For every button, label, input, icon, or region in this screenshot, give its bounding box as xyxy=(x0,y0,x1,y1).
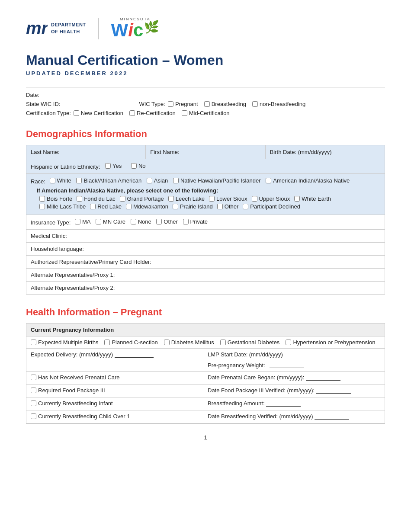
race-black-checkbox[interactable] xyxy=(76,178,82,183)
health-planned-csection[interactable]: Planned C-section xyxy=(104,339,157,346)
ethnicity-yes[interactable]: Yes xyxy=(105,163,122,169)
insurance-ma[interactable]: MA xyxy=(75,218,91,225)
tribe-lower-sioux-checkbox[interactable] xyxy=(209,196,215,202)
health-diabetes[interactable]: Diabetes Mellitus xyxy=(164,339,214,346)
ethnicity-no[interactable]: No xyxy=(131,163,146,169)
cert-re-checkbox[interactable] xyxy=(129,110,135,116)
mn-logo: mn DEPARTMENT OF HEALTH xyxy=(26,19,86,38)
prenatal-checkbox-cell: Has Not Received Prenatal Care xyxy=(31,374,203,381)
health-checkboxes-row: Expected Multiple Births Planned C-secti… xyxy=(26,337,385,349)
insurance-mn-care[interactable]: MN Care xyxy=(96,218,125,225)
has-not-prenatal-checkbox[interactable] xyxy=(31,375,36,380)
date-food-pkg-input[interactable] xyxy=(316,388,351,394)
insurance-other[interactable]: Other xyxy=(156,218,178,225)
tribe-white-earth-checkbox[interactable] xyxy=(294,196,300,202)
cert-type-label: Certification Type: xyxy=(26,110,71,116)
health-expected-multiple[interactable]: Expected Multiple Births xyxy=(31,339,98,346)
date-bf-verified-input[interactable] xyxy=(315,413,349,420)
has-not-prenatal[interactable]: Has Not Received Prenatal Care xyxy=(31,374,120,381)
currently-bf-child-label: Currently Breastfeeding Child Over 1 xyxy=(38,413,130,420)
tribe-fond-du-lac[interactable]: Fond du Lac xyxy=(77,195,115,202)
tribe-prairie-island-checkbox[interactable] xyxy=(173,204,178,209)
race-black[interactable]: Black/African American xyxy=(76,177,141,184)
wic-type-breastfeeding[interactable]: Breastfeeding xyxy=(204,101,246,107)
tribe-other[interactable]: Other xyxy=(217,203,239,210)
required-food-pkg[interactable]: Required Food Package III xyxy=(31,387,105,394)
cert-new-checkbox[interactable] xyxy=(74,110,79,116)
lmp-label: LMP Start Date: (mm/dd/yyyy) xyxy=(208,351,283,358)
alt-rep1-label: Alternate Representative/Proxy 1: xyxy=(31,272,115,278)
wic-type-breastfeeding-checkbox[interactable] xyxy=(204,101,210,107)
tribe-fond-du-lac-checkbox[interactable] xyxy=(77,196,82,202)
ethnicity-row: Hispanic or Latino Ethnicity: Yes No xyxy=(26,159,385,174)
date-prenatal-input[interactable] xyxy=(306,375,340,381)
cert-mid[interactable]: Mid-Certification xyxy=(182,110,230,116)
race-asian[interactable]: Asian xyxy=(147,177,168,184)
insurance-label: Insurance Type: xyxy=(31,219,71,226)
tribe-mdewakanton[interactable]: Mdewakanton xyxy=(126,203,168,210)
tribe-leech-lake[interactable]: Leech Lake xyxy=(168,195,205,202)
insurance-other-checkbox[interactable] xyxy=(156,219,162,224)
bf-amount-input[interactable] xyxy=(266,401,301,407)
cert-re[interactable]: Re-Certification xyxy=(129,110,176,116)
insurance-none[interactable]: None xyxy=(131,218,151,225)
insurance-ma-checkbox[interactable] xyxy=(75,219,80,224)
required-food-pkg-checkbox[interactable] xyxy=(31,388,36,393)
pre-preg-weight-input[interactable] xyxy=(270,362,304,368)
health-expected-multiple-checkbox[interactable] xyxy=(31,340,36,345)
expected-delivery-input[interactable] xyxy=(115,352,154,358)
tribe-grand-portage[interactable]: Grand Portage xyxy=(120,195,164,202)
health-hypertension-checkbox[interactable] xyxy=(286,340,291,345)
demographics-section-title: Demographics Information xyxy=(26,128,385,140)
ethnicity-no-checkbox[interactable] xyxy=(131,163,137,169)
lmp-input[interactable] xyxy=(287,351,326,357)
tribe-red-lake-checkbox[interactable] xyxy=(90,204,96,209)
tribe-participant-declined-checkbox[interactable] xyxy=(243,204,248,209)
tribe-mdewakanton-checkbox[interactable] xyxy=(126,204,132,209)
insurance-mn-care-checkbox[interactable] xyxy=(96,219,101,224)
health-gestational-diabetes[interactable]: Gestational Diabetes xyxy=(220,339,280,346)
tribe-leech-lake-checkbox[interactable] xyxy=(168,196,174,202)
currently-bf-child-checkbox[interactable] xyxy=(31,413,36,419)
wic-type-non-breastfeeding-checkbox[interactable] xyxy=(252,101,258,107)
tribe-bois-forte[interactable]: Bois Forte xyxy=(39,195,72,202)
tribe-lower-sioux[interactable]: Lower Sioux xyxy=(209,195,247,202)
health-diabetes-checkbox[interactable] xyxy=(164,340,170,345)
race-nhpi-checkbox[interactable] xyxy=(173,178,179,183)
wic-type-pregnant-checkbox[interactable] xyxy=(168,101,173,107)
currently-bf-infant-checkbox[interactable] xyxy=(31,401,36,406)
race-nhpi[interactable]: Native Hawaiian/Pacific Islander xyxy=(173,177,261,184)
health-planned-csection-checkbox[interactable] xyxy=(104,340,110,345)
date-input[interactable] xyxy=(42,92,111,98)
tribe-red-lake[interactable]: Red Lake xyxy=(90,203,122,210)
insurance-private-checkbox[interactable] xyxy=(183,219,189,224)
insurance-none-checkbox[interactable] xyxy=(131,219,136,224)
race-aian[interactable]: American Indian/Alaska Native xyxy=(266,177,350,184)
tribe-participant-declined[interactable]: Participant Declined xyxy=(243,203,300,210)
ethnicity-yes-checkbox[interactable] xyxy=(105,163,111,169)
insurance-private[interactable]: Private xyxy=(183,218,208,225)
health-delivery-row: Expected Delivery: (mm/dd/yyyy) LMP Star… xyxy=(26,349,385,372)
currently-bf-infant[interactable]: Currently Breastfeeding Infant xyxy=(31,400,113,407)
tribe-prairie-island[interactable]: Prairie Island xyxy=(173,203,213,210)
race-white[interactable]: White xyxy=(50,177,71,184)
tribe-bois-forte-checkbox[interactable] xyxy=(39,196,45,202)
currently-bf-child[interactable]: Currently Breastfeeding Child Over 1 xyxy=(31,413,130,420)
state-wic-id-input[interactable] xyxy=(63,101,123,107)
tribe-mille-lacs[interactable]: Mille Lacs Tribe xyxy=(39,203,86,210)
health-gestational-diabetes-checkbox[interactable] xyxy=(220,340,226,345)
wic-type-pregnant[interactable]: Pregnant xyxy=(168,101,198,107)
tribe-white-earth[interactable]: White Earth xyxy=(294,195,331,202)
race-asian-checkbox[interactable] xyxy=(147,178,152,183)
cert-new[interactable]: New Certification xyxy=(74,110,123,116)
tribe-other-checkbox[interactable] xyxy=(217,204,223,209)
tribe-upper-sioux[interactable]: Upper Sioux xyxy=(252,195,290,202)
tribe-mille-lacs-checkbox[interactable] xyxy=(39,204,45,209)
cert-mid-checkbox[interactable] xyxy=(182,110,187,116)
race-white-checkbox[interactable] xyxy=(50,178,55,183)
wic-type-non-breastfeeding[interactable]: non-Breastfeeding xyxy=(252,101,305,107)
race-aian-checkbox[interactable] xyxy=(266,178,271,183)
tribe-grand-portage-checkbox[interactable] xyxy=(120,196,125,202)
tribe-upper-sioux-checkbox[interactable] xyxy=(252,196,257,202)
health-hypertension[interactable]: Hypertension or Prehypertension xyxy=(286,339,375,346)
